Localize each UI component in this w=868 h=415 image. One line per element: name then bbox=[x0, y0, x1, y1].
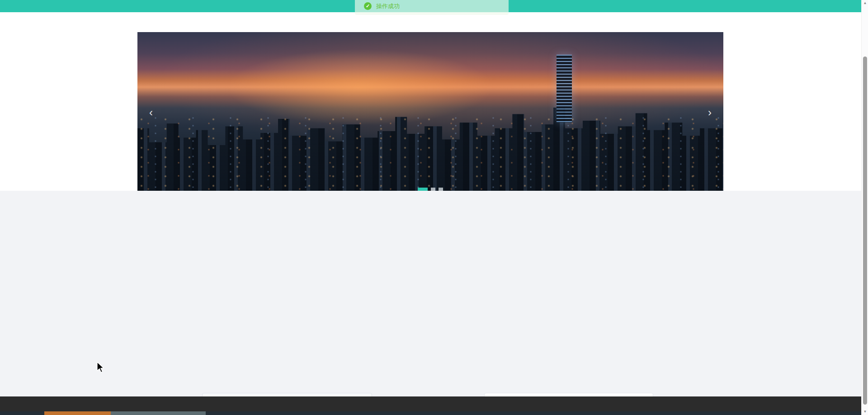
image-carousel: ‹ › bbox=[137, 32, 723, 194]
vertical-scrollbar[interactable]: ▲ ▼ bbox=[861, 0, 868, 415]
carousel-next-arrow-icon[interactable]: › bbox=[702, 104, 718, 121]
city-lights-overlay bbox=[137, 116, 723, 194]
footer-strip-orange-segment bbox=[44, 411, 111, 415]
booking-form: *景点名称 景点分类 景点图片 *购票数量 门票价格 订单金额 开放时间 预约时… bbox=[0, 191, 861, 396]
success-check-icon: ✓ bbox=[364, 2, 372, 10]
scrollbar-thumb[interactable] bbox=[863, 57, 867, 405]
footer-strip-slate-segment bbox=[111, 411, 206, 415]
scrollbar-up-arrow-icon[interactable]: ▲ bbox=[862, 0, 868, 6]
footer-strip bbox=[0, 411, 861, 415]
booking-detail-page: ✓ 操作成功 ‹ › *景点名称 景点分类 景点图片 bbox=[0, 0, 868, 415]
lit-skyscraper bbox=[557, 55, 572, 123]
page-footer bbox=[0, 396, 861, 411]
carousel-prev-arrow-icon[interactable]: ‹ bbox=[143, 104, 159, 121]
toast-message: 操作成功 bbox=[376, 2, 400, 10]
hero-band: ‹ › bbox=[0, 12, 861, 191]
success-toast: ✓ 操作成功 bbox=[355, 0, 509, 15]
scrollbar-down-arrow-icon[interactable]: ▼ bbox=[862, 409, 868, 415]
